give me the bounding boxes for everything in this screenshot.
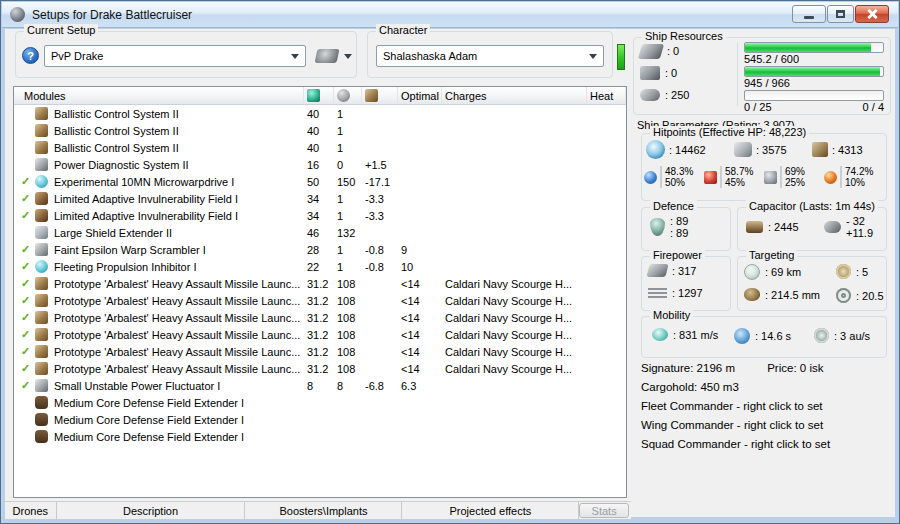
rig-icon — [35, 396, 48, 409]
charges-column-header[interactable]: Charges — [442, 87, 587, 104]
tab-boosters-implants[interactable]: Boosters\Implants — [245, 502, 402, 519]
module-name-cell: ✓Prototype 'Arbalest' Heavy Assault Miss… — [14, 311, 304, 324]
ballistic-control-icon — [35, 124, 48, 137]
rig-icon — [35, 430, 48, 443]
active-check-icon: ✓ — [16, 379, 35, 392]
cpu-column-header[interactable] — [304, 87, 334, 104]
powergrid-value: 108 — [334, 278, 362, 290]
table-row[interactable]: Ballistic Control System II401 — [14, 105, 626, 122]
shield-resist-value: 48.3% — [665, 166, 693, 177]
structure-hp-icon — [812, 142, 828, 157]
cpu-value: 50 — [304, 176, 334, 188]
minimize-button[interactable] — [792, 5, 826, 23]
module-name-cell: Power Diagnostic System II — [14, 158, 304, 171]
table-row[interactable]: ✓Limited Adaptive Invulnerability Field … — [14, 207, 626, 224]
module-name: Prototype 'Arbalest' Heavy Assault Missi… — [54, 329, 300, 341]
tab-projected-effects[interactable]: Projected effects — [402, 502, 579, 519]
invulnerability-field-icon — [35, 209, 48, 222]
stats-button[interactable]: Stats — [579, 503, 629, 518]
table-row[interactable]: Ballistic Control System II401 — [14, 122, 626, 139]
table-row[interactable]: ✓Prototype 'Arbalest' Heavy Assault Miss… — [14, 309, 626, 326]
charges-value: Caldari Navy Scourge H... — [442, 295, 587, 307]
help-button[interactable]: ? — [22, 47, 39, 64]
powergrid-value: 1 — [334, 125, 362, 137]
table-row[interactable]: Ballistic Control System II401 — [14, 139, 626, 156]
optimal-value: <14 — [398, 363, 442, 375]
table-row[interactable]: ✓Prototype 'Arbalest' Heavy Assault Miss… — [14, 326, 626, 343]
cpu-value: 28 — [304, 244, 334, 256]
powergrid-value: 132 — [334, 227, 362, 239]
module-name: Ballistic Control System II — [54, 125, 179, 137]
capacitor-icon — [365, 89, 378, 102]
cpu-value: 31.2 — [304, 278, 334, 290]
fleet-commander-line[interactable]: Fleet Commander - right click to set — [641, 397, 830, 416]
title-bar[interactable]: Setups for Drake Battlecruiser — [2, 2, 898, 28]
wing-commander-line[interactable]: Wing Commander - right click to set — [641, 416, 830, 435]
setup-tools-button[interactable] — [316, 49, 352, 63]
powergrid-value: 1 — [334, 261, 362, 273]
align-time-icon — [734, 328, 750, 344]
table-row[interactable]: ✓Fleeting Propulsion Inhibitor I221-0.81… — [14, 258, 626, 275]
stats-panel: Ship Resources : 0 : 0 : 250 545.2 / 600… — [629, 29, 895, 517]
table-row[interactable]: ✓Prototype 'Arbalest' Heavy Assault Miss… — [14, 360, 626, 377]
capacitor-recharge: +11.9 — [846, 227, 873, 239]
capacitor-amount: : 2445 — [768, 221, 799, 233]
tab-drones[interactable]: Drones — [5, 502, 57, 519]
shield-extender-icon — [35, 226, 48, 239]
heat-column-header[interactable]: Heat — [587, 87, 626, 104]
cpu-value: 34 — [304, 193, 334, 205]
table-row[interactable]: Medium Core Defense Field Extender I — [14, 411, 626, 428]
missile-launcher-icon — [35, 345, 48, 358]
shield-resist-value: 58.7% — [725, 166, 753, 177]
dps-icon — [648, 288, 667, 299]
powergrid-column-header[interactable] — [334, 87, 362, 104]
module-name: Medium Core Defense Field Extender I — [54, 397, 244, 409]
warp-speed-icon — [814, 328, 829, 343]
table-row[interactable]: ✓Limited Adaptive Invulnerability Field … — [14, 190, 626, 207]
rig-icon — [35, 413, 48, 426]
cpu-value: 40 — [304, 142, 334, 154]
microwarpdrive-icon — [35, 175, 48, 188]
module-name-cell: Ballistic Control System II — [14, 107, 304, 120]
hitpoints-label: Hitpoints (Effective HP: 48,223) — [650, 126, 809, 138]
powergrid-value: 1 — [334, 210, 362, 222]
module-name: Faint Epsilon Warp Scrambler I — [54, 244, 206, 256]
close-button[interactable] — [855, 5, 889, 23]
module-name-cell: ✓Prototype 'Arbalest' Heavy Assault Miss… — [14, 345, 304, 358]
active-check-icon: ✓ — [16, 311, 35, 324]
powergrid-value: 8 — [334, 380, 362, 392]
maximize-button[interactable] — [827, 5, 854, 23]
capacitor-battery-icon — [746, 221, 763, 233]
structure-hp-value: : 4313 — [832, 144, 863, 156]
table-row[interactable]: Medium Core Defense Field Extender I — [14, 394, 626, 411]
tab-description[interactable]: Description — [57, 502, 246, 519]
optimal-value: <14 — [398, 312, 442, 324]
table-row[interactable]: ✓Small Unstable Power Fluctuator I88-6.8… — [14, 377, 626, 394]
squad-commander-line[interactable]: Squad Commander - right click to set — [641, 435, 830, 454]
defence-value-1: : 89 — [670, 215, 688, 227]
table-row[interactable]: Power Diagnostic System II160+1.5 — [14, 156, 626, 173]
capacitor-value: -3.3 — [362, 210, 398, 222]
setup-select[interactable]: PvP Drake — [44, 45, 306, 67]
table-row[interactable]: ✓Experimental 10MN Microwarpdrive I50150… — [14, 173, 626, 190]
character-select[interactable]: Shalashaska Adam — [376, 45, 604, 67]
cpu-value: 16 — [304, 159, 334, 171]
bottom-tabs: DronesDescriptionBoosters\ImplantsProjec… — [5, 501, 631, 519]
mobility-group: Mobility : 831 m/s : 14.6 s : 3 au/s — [641, 316, 887, 358]
signature-price-line: Signature: 2196 m Price: 0 isk — [641, 359, 830, 378]
optimal-column-header[interactable]: Optimal — [398, 87, 442, 104]
table-row[interactable]: Medium Core Defense Field Extender I — [14, 428, 626, 445]
table-row[interactable]: ✓Prototype 'Arbalest' Heavy Assault Miss… — [14, 343, 626, 360]
table-row[interactable]: ✓Prototype 'Arbalest' Heavy Assault Miss… — [14, 292, 626, 309]
module-name: Ballistic Control System II — [54, 142, 179, 154]
modules-column-header[interactable]: Modules — [14, 87, 304, 104]
active-check-icon: ✓ — [16, 209, 35, 222]
table-row[interactable]: ✓Faint Epsilon Warp Scrambler I281-0.89 — [14, 241, 626, 258]
max-targets-icon — [836, 264, 851, 279]
cpu-value: 31.2 — [304, 295, 334, 307]
table-row[interactable]: ✓Prototype 'Arbalest' Heavy Assault Miss… — [14, 275, 626, 292]
module-name: Power Diagnostic System II — [54, 159, 189, 171]
table-row[interactable]: Large Shield Extender II46132 — [14, 224, 626, 241]
maximize-icon — [836, 10, 845, 18]
capacitor-column-header[interactable] — [362, 87, 398, 104]
